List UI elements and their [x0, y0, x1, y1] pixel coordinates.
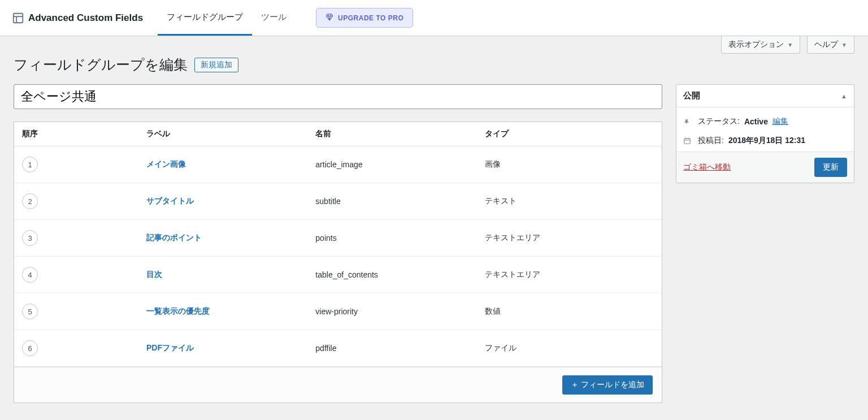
field-name: pdffile	[315, 344, 484, 353]
col-order: 順序	[22, 129, 146, 139]
field-row[interactable]: 4目次table_of_contentsテキストエリア	[14, 257, 662, 293]
field-label-link[interactable]: メイン画像	[146, 159, 186, 168]
acf-logo-icon	[11, 11, 25, 25]
display-options-toggle[interactable]: 表示オプション ▼	[721, 36, 800, 54]
order-handle[interactable]: 6	[22, 340, 38, 356]
brand-label: Advanced Custom Fields	[28, 12, 143, 24]
publish-box: 公開 ▲ ステータス: Active 編集	[676, 84, 854, 183]
field-type: テキストエリア	[485, 270, 654, 280]
update-button[interactable]: 更新	[814, 158, 847, 177]
edit-status-link[interactable]: 編集	[772, 116, 788, 127]
help-toggle[interactable]: ヘルプ ▼	[807, 36, 854, 54]
field-type: テキスト	[485, 196, 654, 206]
fields-table: 順序 ラベル 名前 タイプ 1メイン画像article_image画像2サブタイ…	[14, 122, 662, 403]
field-name: table_of_contents	[315, 270, 484, 279]
field-type: 数値	[485, 306, 654, 317]
order-handle[interactable]: 2	[22, 193, 38, 209]
app-topbar: Advanced Custom Fields フィールドグループ ツール UPG…	[0, 0, 868, 36]
field-label-link[interactable]: サブタイトル	[146, 196, 194, 205]
field-label-link[interactable]: 記事のポイント	[146, 233, 202, 242]
col-name: 名前	[315, 129, 484, 139]
date-value: 2018年9月18日 12:31	[728, 136, 805, 146]
field-row[interactable]: 3記事のポイントpointsテキストエリア	[14, 220, 662, 257]
field-name: article_image	[315, 160, 484, 169]
field-row[interactable]: 5一覧表示の優先度view-priority数値	[14, 293, 662, 330]
status-label: ステータス:	[698, 116, 740, 127]
nav-field-groups[interactable]: フィールドグループ	[158, 0, 252, 36]
field-row[interactable]: 6PDFファイルpdffileファイル	[14, 330, 662, 367]
screen-options-bar: 表示オプション ▼ ヘルプ ▼	[721, 36, 854, 54]
diamond-icon	[326, 13, 333, 23]
order-handle[interactable]: 5	[22, 304, 38, 319]
field-label-link[interactable]: 一覧表示の優先度	[146, 306, 210, 315]
field-label-link[interactable]: 目次	[146, 270, 162, 279]
date-label: 投稿日:	[698, 136, 724, 146]
upgrade-to-pro-button[interactable]: UPGRADE TO PRO	[316, 8, 413, 28]
col-type: タイプ	[485, 129, 654, 139]
add-new-group-button[interactable]: 新規追加	[194, 58, 238, 72]
field-type: テキストエリア	[485, 233, 654, 243]
fields-table-header: 順序 ラベル 名前 タイプ	[14, 122, 662, 146]
chevron-down-icon: ▼	[787, 42, 793, 48]
top-nav: フィールドグループ ツール	[158, 0, 296, 36]
pin-icon	[683, 118, 693, 125]
upgrade-label: UPGRADE TO PRO	[338, 14, 403, 22]
svg-rect-7	[684, 138, 691, 144]
status-value: Active	[744, 117, 768, 126]
order-handle[interactable]: 4	[22, 267, 38, 283]
nav-tools[interactable]: ツール	[252, 0, 296, 36]
field-label-link[interactable]: PDFファイル	[146, 343, 194, 352]
field-name: subtitle	[315, 197, 484, 206]
svg-rect-0	[14, 13, 23, 23]
field-name: view-priority	[315, 307, 484, 316]
field-name: points	[315, 233, 484, 243]
chevron-down-icon: ▼	[841, 42, 847, 48]
collapse-toggle-icon[interactable]: ▲	[841, 93, 847, 99]
order-handle[interactable]: 3	[22, 230, 38, 246]
move-to-trash-link[interactable]: ゴミ箱へ移動	[683, 162, 731, 172]
field-row[interactable]: 1メイン画像article_image画像	[14, 146, 662, 183]
field-type: 画像	[485, 159, 654, 170]
add-field-button[interactable]: ＋ フィールドを追加	[562, 375, 653, 395]
page-title: フィールドグループを編集	[14, 55, 188, 74]
group-title-input[interactable]	[14, 84, 662, 109]
field-row[interactable]: 2サブタイトルsubtitleテキスト	[14, 183, 662, 220]
field-type: ファイル	[485, 343, 654, 353]
publish-heading: 公開	[683, 90, 700, 101]
calendar-icon	[683, 137, 693, 145]
col-label: ラベル	[146, 129, 315, 139]
order-handle[interactable]: 1	[22, 157, 38, 172]
